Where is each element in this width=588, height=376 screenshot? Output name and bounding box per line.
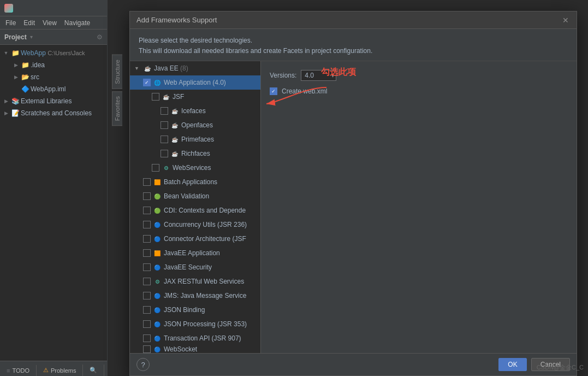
framework-item-websocket[interactable]: 🔵 WebSocket (130, 345, 260, 353)
tree-item-ext-libs[interactable]: 📚 External Libraries (0, 95, 107, 107)
tab-todo[interactable]: ≡ TODO (0, 365, 37, 376)
framework-item-web-application[interactable]: 🌐 Web Application (4.0) (130, 75, 260, 90)
framework-item-javaee-security[interactable]: 🔵 JavaEE Security (130, 260, 260, 274)
richfaces-label: Richfaces (181, 150, 210, 157)
webservices-checkbox[interactable] (152, 164, 159, 172)
webapp-label: WebApp C:\Users\Jack (21, 49, 85, 57)
icefaces-icon: ☕ (170, 107, 179, 115)
framework-item-openfaces[interactable]: ☕ Openfaces (130, 118, 260, 132)
tab-search[interactable]: 🔍 (83, 365, 104, 376)
javaee-security-checkbox[interactable] (143, 263, 151, 271)
transaction-label: Transaction API (JSR 907) (164, 334, 241, 342)
todo-label: TODO (12, 367, 29, 374)
help-button[interactable]: ? (136, 358, 150, 371)
richfaces-checkbox[interactable] (161, 150, 168, 157)
side-tab-favorites[interactable]: Favorites (112, 91, 122, 126)
framework-item-richfaces[interactable]: ☕ Richfaces (130, 146, 260, 161)
web-app-checkbox[interactable] (143, 79, 151, 86)
openfaces-label: Openfaces (181, 121, 213, 129)
dialog-header-line2: This will download all needed libraries … (139, 46, 568, 56)
icefaces-label: Icefaces (181, 107, 206, 115)
concurrency-checkbox[interactable] (143, 221, 151, 228)
framework-item-jsf[interactable]: ☕ JSF (130, 90, 260, 104)
jax-rest-icon: ⚙ (153, 277, 162, 286)
main-content: Add Frameworks Support ✕ Please select t… (108, 0, 588, 376)
menu-navigate[interactable]: Navigate (61, 18, 93, 28)
jax-rest-checkbox[interactable] (143, 278, 151, 285)
menu-file[interactable]: File (2, 18, 19, 28)
bean-validation-checkbox[interactable] (143, 192, 151, 200)
javaee-security-label: JavaEE Security (164, 263, 212, 271)
version-label: Versions: (270, 72, 296, 79)
json-processing-checkbox[interactable] (143, 320, 151, 328)
webapp-name: WebApp (21, 49, 46, 57)
framework-item-jms[interactable]: 🔵 JMS: Java Message Service (130, 289, 260, 303)
openfaces-checkbox[interactable] (161, 121, 168, 129)
menu-edit[interactable]: Edit (20, 18, 38, 28)
tree-item-idea[interactable]: 📁 .idea (0, 59, 107, 71)
create-xml-checkbox[interactable] (270, 87, 277, 95)
framework-item-concurrency[interactable]: 🔵 Concurrency Utils (JSR 236) (130, 218, 260, 232)
tree-item-iml[interactable]: 🔷 WebApp.iml (0, 83, 107, 95)
icefaces-checkbox[interactable] (161, 107, 168, 115)
webservices-label: WebServices (173, 164, 211, 172)
scratches-label: Scratches and Consoles (21, 109, 92, 117)
bean-validation-icon: 🟢 (153, 192, 162, 201)
expand-arrow-scratches (2, 109, 10, 117)
expand-arrow-ext (2, 97, 10, 105)
menu-view[interactable]: View (39, 18, 60, 28)
transaction-icon: 🔵 (153, 334, 162, 343)
framework-item-transaction[interactable]: 🔵 Transaction API (JSR 907) (130, 331, 260, 345)
version-select[interactable]: 4.0 3.1 3.0 (301, 70, 336, 81)
dialog-body: Please select the desired technologies. … (130, 29, 577, 353)
primefaces-label: Primefaces (181, 136, 214, 143)
framework-item-bean-validation[interactable]: 🟢 Bean Validation (130, 189, 260, 203)
watermark: CSDN@金金C_C (537, 363, 584, 372)
dialog-titlebar: Add Frameworks Support ✕ (130, 11, 577, 29)
webservices-icon: ⚙ (162, 163, 170, 172)
tree-item-scratches[interactable]: 📝 Scratches and Consoles (0, 107, 107, 119)
javaee-app-icon: 🟧 (153, 249, 162, 257)
project-settings-icon[interactable]: ⚙ (97, 33, 103, 41)
jsf-checkbox[interactable] (152, 93, 159, 101)
project-dropdown-icon[interactable]: ▾ (30, 34, 33, 40)
javaee-app-checkbox[interactable] (143, 249, 151, 257)
websocket-checkbox[interactable] (143, 345, 151, 353)
json-binding-checkbox[interactable] (143, 306, 151, 314)
version-select-wrapper: 4.0 3.1 3.0 ▾ (301, 70, 336, 81)
tab-problems[interactable]: ⚠ Problems (37, 365, 83, 376)
webapp-icon: 📁 (11, 49, 20, 57)
framework-item-jax-rest[interactable]: ⚙ JAX RESTful Web Services (130, 274, 260, 289)
javaee-group-header[interactable]: ▼ ☕ Java EE (8) (130, 61, 260, 75)
concurrency-icon: 🔵 (153, 220, 162, 229)
framework-item-json-processing[interactable]: 🔵 JSON Processing (JSR 353) (130, 317, 260, 331)
json-binding-icon: 🔵 (153, 306, 162, 314)
framework-item-connector[interactable]: 🔵 Connector Architecture (JSF (130, 232, 260, 246)
dialog-footer: ? OK Cancel (130, 353, 577, 375)
primefaces-checkbox[interactable] (161, 136, 168, 143)
dialog-header-line1: Please select the desired technologies. (139, 36, 568, 46)
dialog-header: Please select the desired technologies. … (130, 29, 577, 61)
version-row: Versions: 4.0 3.1 3.0 ▾ (270, 70, 568, 81)
transaction-checkbox[interactable] (143, 334, 151, 342)
framework-item-webservices[interactable]: ⚙ WebServices (130, 161, 260, 175)
connector-checkbox[interactable] (143, 235, 151, 243)
batch-checkbox[interactable] (143, 178, 151, 186)
src-folder-icon: 📂 (21, 73, 29, 81)
tree-item-src[interactable]: 📂 src (0, 71, 107, 83)
tree-item-webapp[interactable]: 📁 WebApp C:\Users\Jack (0, 47, 107, 59)
project-panel: Project ▾ ⚙ 📁 WebApp C:\Users\Jack 📁 .id… (0, 30, 107, 361)
framework-item-primefaces[interactable]: ☕ Primefaces (130, 132, 260, 146)
cdi-checkbox[interactable] (143, 207, 151, 214)
ok-button[interactable]: OK (498, 358, 526, 371)
framework-item-javaee-app[interactable]: 🟧 JavaEE Application (130, 246, 260, 260)
framework-item-icefaces[interactable]: ☕ Icefaces (130, 104, 260, 118)
connector-icon: 🔵 (153, 234, 162, 243)
side-tab-structure[interactable]: Structure (112, 55, 122, 89)
framework-item-batch[interactable]: 🟧 Batch Applications (130, 175, 260, 189)
framework-item-cdi[interactable]: 🟢 CDI: Contexts and Depende (130, 203, 260, 218)
framework-item-json-binding[interactable]: 🔵 JSON Binding (130, 303, 260, 317)
jms-checkbox[interactable] (143, 292, 151, 299)
primefaces-icon: ☕ (170, 135, 179, 144)
close-button[interactable]: ✕ (561, 16, 570, 25)
